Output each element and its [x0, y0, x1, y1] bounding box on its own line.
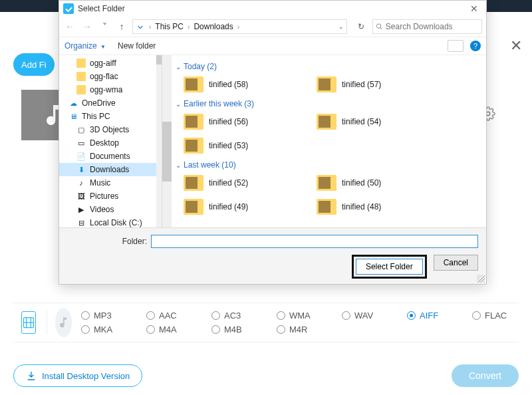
format-radio-wav[interactable]: WAV: [342, 311, 388, 321]
breadcrumb-item[interactable]: Downloads: [194, 22, 233, 31]
format-radio-m4r[interactable]: M4R: [277, 325, 323, 334]
organize-label: Organize: [65, 41, 97, 51]
format-radio-mp3[interactable]: MP3: [81, 311, 128, 321]
tree-scrollbar[interactable]: [156, 55, 162, 227]
dialog-titlebar: Select Folder ✕: [59, 1, 486, 17]
folder-icon: [317, 76, 336, 92]
tree-item-ogg-wma[interactable]: ogg-wma: [59, 83, 162, 96]
folder-item[interactable]: tinified (49): [176, 195, 309, 219]
breadcrumb[interactable]: › This PC › Downloads › ⌄: [132, 19, 347, 34]
format-label: AIFF: [420, 311, 438, 321]
tree-item-label: Pictures: [90, 192, 118, 201]
folder-item[interactable]: tinified (52): [176, 171, 309, 195]
tree-item-this-pc[interactable]: 🖥This PC: [59, 110, 162, 123]
folder-label: tinified (53): [209, 141, 248, 150]
search-input[interactable]: [386, 22, 479, 31]
chevron-down-icon: ⌄: [176, 100, 181, 108]
folder-item[interactable]: tinified (53): [176, 134, 309, 158]
new-folder-button[interactable]: New folder: [118, 41, 156, 51]
format-label: MP3: [94, 311, 112, 321]
radio-icon: [211, 325, 220, 334]
refresh-button[interactable]: ↻: [354, 22, 368, 31]
tree-item-downloads[interactable]: ⬇Downloads: [59, 163, 162, 176]
tree-item-pictures[interactable]: 🖼Pictures: [59, 190, 162, 203]
folder-item[interactable]: tinified (54): [309, 110, 442, 134]
format-radio-ac3[interactable]: AC3: [211, 311, 258, 321]
video-format-button[interactable]: [21, 311, 36, 334]
tree-item-label: Downloads: [90, 165, 129, 174]
chevron-right-icon: ›: [188, 23, 190, 31]
install-label: Install Desktop Version: [42, 371, 130, 381]
format-radio-m4a[interactable]: M4A: [146, 325, 193, 334]
search-icon: [376, 23, 383, 31]
format-radio-aiff[interactable]: AIFF: [407, 311, 454, 321]
format-label: WAV: [354, 311, 373, 321]
group-header-label: Last week (10): [184, 160, 236, 170]
chevron-down-icon[interactable]: ⌄: [338, 23, 344, 30]
radio-icon: [146, 311, 155, 320]
nav-forward-button[interactable]: →: [80, 21, 94, 32]
audio-format-button[interactable]: [55, 308, 72, 337]
convert-button[interactable]: Convert: [452, 364, 519, 387]
nav-up-button[interactable]: ↑: [115, 21, 128, 32]
chevron-right-icon: ›: [237, 23, 239, 31]
select-folder-button[interactable]: Select Folder: [356, 259, 423, 275]
format-radio-mka[interactable]: MKA: [81, 325, 128, 334]
format-radio-wma[interactable]: WMA: [277, 311, 323, 321]
resize-grip[interactable]: [477, 275, 485, 283]
nav-recent-button[interactable]: ˅: [98, 21, 111, 32]
tree-item-ogg-flac[interactable]: ogg-flac: [59, 70, 162, 83]
folder-name-input[interactable]: [151, 235, 478, 248]
radio-icon: [81, 311, 90, 320]
tree-item-ogg-aiff[interactable]: ogg-aiff: [59, 57, 162, 70]
folder-item[interactable]: tinified (50): [309, 171, 442, 195]
format-radio-aac[interactable]: AAC: [146, 311, 193, 321]
tree-item-desktop[interactable]: ▭Desktop: [59, 136, 162, 150]
add-file-button[interactable]: Add Fi: [13, 53, 55, 76]
search-box[interactable]: [372, 19, 482, 34]
folder-item[interactable]: tinified (56): [176, 110, 309, 134]
tree-item-music[interactable]: ♪Music: [59, 176, 162, 190]
chevron-right-icon: ›: [149, 23, 151, 31]
tree-item-documents[interactable]: 📄Documents: [59, 150, 162, 163]
install-desktop-button[interactable]: Install Desktop Version: [13, 364, 142, 387]
content-scrollbar[interactable]: [162, 55, 172, 227]
convert-label: Convert: [469, 370, 501, 381]
dialog-close-button[interactable]: ✕: [466, 3, 482, 14]
group-header[interactable]: ⌄Earlier this week (3): [176, 99, 483, 108]
folder-item[interactable]: tinified (57): [309, 72, 442, 96]
format-label: WMA: [289, 311, 311, 321]
view-mode-button[interactable]: [448, 40, 464, 52]
folder-label: tinified (54): [342, 117, 381, 126]
format-radio-m4b[interactable]: M4B: [211, 325, 258, 334]
tree-item-videos[interactable]: ▶Videos: [59, 203, 162, 216]
organize-menu[interactable]: Organize ▼: [65, 41, 106, 51]
select-folder-highlight: Select Folder: [352, 255, 427, 279]
folder-content: ⌄Today (2) tinified (58)tinified (57)⌄Ea…: [162, 55, 486, 227]
folder-label: tinified (58): [209, 80, 248, 89]
format-radio-flac[interactable]: FLAC: [472, 311, 519, 321]
chevron-down-icon: ⌄: [176, 63, 181, 70]
tree-item-local-disk-c-[interactable]: ⊟Local Disk (C:): [59, 216, 162, 227]
tree-item-label: Music: [90, 178, 110, 188]
help-button[interactable]: ?: [470, 41, 481, 51]
breadcrumb-item[interactable]: This PC: [155, 22, 184, 31]
chevron-down-icon: ▼: [100, 44, 106, 50]
cancel-button[interactable]: Cancel: [434, 255, 478, 271]
main-close-button[interactable]: ✕: [507, 37, 525, 55]
tree-item-label: 3D Objects: [90, 125, 129, 134]
format-label: AC3: [224, 311, 241, 321]
radio-icon: [146, 325, 155, 334]
nav-back-button[interactable]: ←: [63, 21, 76, 32]
format-label: MKA: [94, 325, 112, 334]
format-label: M4B: [224, 325, 242, 334]
tree-item-label: Videos: [90, 205, 114, 214]
tree-item-onedrive[interactable]: ☁OneDrive: [59, 96, 162, 110]
folder-item[interactable]: tinified (48): [309, 195, 442, 219]
radio-icon: [277, 325, 285, 334]
group-header[interactable]: ⌄Today (2): [176, 62, 483, 71]
folder-item[interactable]: tinified (58): [176, 72, 309, 96]
tree-item-3d-objects[interactable]: ▢3D Objects: [59, 123, 162, 136]
group-header[interactable]: ⌄Last week (10): [176, 160, 483, 170]
folder-field-label: Folder:: [67, 237, 147, 246]
